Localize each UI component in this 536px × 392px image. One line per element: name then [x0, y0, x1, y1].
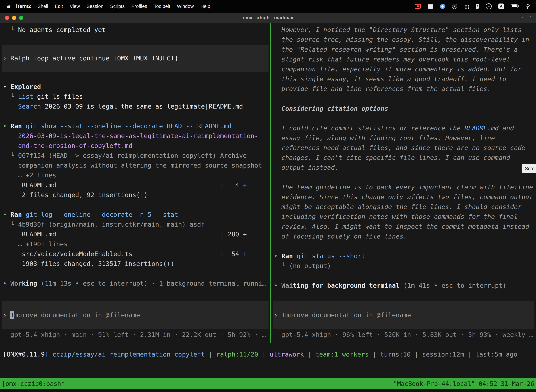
- explored-search: Search 2026-03-09-is-legal-the-same-as-l…: [0, 102, 270, 111]
- model-status-line: gpt-5.4 xhigh · main · 91% left · 2.31M …: [0, 330, 270, 340]
- working-indicator: • Working (11m 13s • esc to interrupt) ·…: [0, 279, 270, 288]
- battery-icon[interactable]: [511, 5, 518, 8]
- changed-file-name-wrap: and-the-erosion-of-copyleft.md: [0, 141, 270, 151]
- ran-git-log: • Ran git log --oneline --decorate -n 5 …: [0, 210, 270, 219]
- output-ellipsis-2: … +1901 lines: [0, 239, 270, 249]
- tmux-status-bar: [omx-cczip0:bash* "MacBook-Pro-44.local"…: [0, 378, 536, 389]
- password-manager-icon[interactable]: [476, 4, 479, 9]
- menu-profiles[interactable]: Profiles: [128, 4, 151, 9]
- reasoning-line: output instead.: [271, 163, 536, 173]
- omx-status-bar: [OMX#0.11.9] cczip/essay/ai-reimplementa…: [0, 343, 536, 378]
- reasoning-line: I could cite commit statistics or refere…: [271, 123, 536, 133]
- wifi-icon[interactable]: [525, 4, 531, 9]
- menu-shell[interactable]: Shell: [34, 4, 52, 9]
- prompt-input-box[interactable]: › Improve documentation in @filename: [2, 301, 268, 329]
- ralph-banner-text: › Ralph loop active continue [OMX_TMUX_I…: [2, 53, 268, 63]
- menu-window[interactable]: Window: [174, 4, 197, 9]
- menubar-menus: iTerm2ShellEditViewSessionScriptsProfile…: [0, 4, 214, 9]
- reasoning-line: essay file, along with finding root file…: [271, 133, 536, 143]
- menu-session[interactable]: Session: [83, 4, 107, 9]
- browser-app-icon[interactable]: [440, 4, 445, 9]
- blank-line: [0, 200, 270, 210]
- left-pane-content: └ No agents completed yet› Ralph loop ac…: [0, 23, 270, 288]
- window-titlebar: omx --xhigh --madmax ⌥⌘1: [0, 13, 536, 23]
- bottom-margin: [0, 389, 536, 392]
- reasoning-line: However, I noticed the "Directory Struct…: [271, 25, 536, 35]
- stat-line-voice: src/voice/voiceModeEnabled.ts | 54 +: [0, 249, 270, 259]
- blank-line: [271, 94, 536, 104]
- blank-line: [271, 113, 536, 123]
- zoom-button[interactable]: [19, 16, 23, 20]
- model-status-line: gpt-5.4 xhigh · 96% left · 520K in · 5.8…: [271, 330, 536, 340]
- blank-line: [271, 173, 536, 182]
- reasoning-line: references need actual files, and since …: [271, 143, 536, 153]
- ran-git-status: • Ran git status --short: [271, 251, 536, 261]
- apple-icon[interactable]: [5, 4, 12, 9]
- blank-line: [0, 269, 270, 279]
- menu-toolbelt[interactable]: Toolbelt: [151, 4, 174, 9]
- terminal-panes: └ No agents completed yet› Ralph loop ac…: [0, 23, 536, 343]
- right-terminal-pane[interactable]: However, I noticed the "Directory Struct…: [271, 23, 536, 343]
- reasoning-line: the "Related research writing" section i…: [271, 45, 536, 54]
- reasoning-line: slight risk that future readers may over…: [271, 54, 536, 64]
- reasoning-line: of focusing solely on file lines.: [271, 232, 536, 241]
- reasoning-line: changes, I can't cite specific file line…: [271, 153, 536, 163]
- ran-git-show: • Ran git show --stat --oneline --decora…: [0, 121, 270, 131]
- output-ellipsis: … +2 lines: [0, 170, 270, 180]
- commit-message-wrap: companion analysis without altering the …: [0, 160, 270, 170]
- reasoning-line: might be acceptable alongside the file l…: [271, 202, 536, 212]
- blank-line: [0, 111, 270, 121]
- window-shortcut-badge: ⌥⌘1: [520, 15, 532, 20]
- menu-view[interactable]: View: [66, 4, 83, 9]
- stat-summary: 2 files changed, 92 insertions(+): [0, 190, 270, 200]
- menu-help[interactable]: Help: [197, 4, 214, 9]
- menu-edit[interactable]: Edit: [52, 4, 67, 9]
- right-pane-content: However, I noticed the "Directory Struct…: [271, 23, 536, 290]
- prompt-input[interactable]: › Improve documentation in @filename: [2, 310, 268, 320]
- waiting-indicator: • Waiting for background terminal (1m 41…: [271, 281, 536, 290]
- tmux-session-window: [omx-cczip0:bash*: [2, 380, 65, 387]
- prompt-input[interactable]: › Improve documentation in @filename: [273, 310, 534, 320]
- window-manager-icon[interactable]: [428, 4, 433, 9]
- screen-recording-indicator-icon[interactable]: [415, 4, 421, 9]
- input-source-icon[interactable]: A: [498, 4, 504, 9]
- stat-line-readme: README.md | 4 +: [0, 180, 270, 190]
- stat-summary-2: 1903 files changed, 513517 insertions(+): [0, 259, 270, 269]
- tmux-host-clock: "MacBook-Pro-44.local" 04:52 31-Mar-26: [393, 380, 534, 387]
- minimize-button[interactable]: [12, 16, 16, 20]
- reasoning-line: the source tree, missing the essay. Stil…: [271, 35, 536, 45]
- reasoning-line: The team guideline is to back every impo…: [271, 182, 536, 192]
- stat-line-readme-2: README.md | 280 +: [0, 229, 270, 239]
- reasoning-line: evidence. Since this change only affects…: [271, 192, 536, 202]
- close-button[interactable]: [5, 16, 9, 20]
- no-output-line: └ (no output): [271, 261, 536, 271]
- reasoning-line: this single essay, it seems like a good …: [271, 74, 536, 84]
- left-terminal-pane[interactable]: └ No agents completed yet› Ralph loop ac…: [0, 23, 270, 343]
- traffic-lights: [5, 16, 23, 20]
- reasoning-heading: Considering citation options: [271, 104, 536, 113]
- reasoning-line: companion file, especially if more comme…: [271, 64, 536, 74]
- screen-share-chip[interactable]: Scre: [522, 164, 536, 173]
- explored-list: └ List git ls-files: [0, 92, 270, 102]
- menu-iterm2[interactable]: iTerm2: [12, 4, 34, 9]
- ralph-banner: › Ralph loop active continue [OMX_TMUX_I…: [2, 45, 268, 72]
- reasoning-line: review. Also, I might want to inspect th…: [271, 222, 536, 232]
- prompt-input-box[interactable]: › Improve documentation in @filename: [273, 301, 534, 329]
- commit-log-line: └ 4b9d30f (origin/main, instructkr/main,…: [0, 219, 270, 229]
- macos-menubar: iTerm2ShellEditViewSessionScriptsProfile…: [0, 0, 536, 13]
- explored-header: • Explored: [0, 82, 270, 92]
- menu-app-icon[interactable]: [452, 4, 457, 9]
- cpu-monitor-icon[interactable]: .61: [486, 3, 492, 9]
- changed-file-name: 2026-03-09-is-legal-the-same-as-legitima…: [0, 131, 270, 141]
- agents-note: └ No agents completed yet: [0, 25, 270, 35]
- menu-scripts[interactable]: Scripts: [107, 4, 128, 9]
- blank-line: [271, 271, 536, 281]
- left-pane-bottom: › Improve documentation in @filename gpt…: [0, 301, 270, 343]
- launcher-icon[interactable]: [464, 4, 469, 9]
- menu-items: iTerm2ShellEditViewSessionScriptsProfile…: [12, 4, 214, 9]
- reasoning-line: provide file and line references from th…: [271, 84, 536, 94]
- blank-line: [271, 241, 536, 251]
- right-pane-bottom: › Improve documentation in @filename gpt…: [271, 301, 536, 343]
- reasoning-line: including verification notes with those …: [271, 212, 536, 222]
- commit-head-line: └ 067f154 (HEAD -> essay/ai-reimplementa…: [0, 151, 270, 160]
